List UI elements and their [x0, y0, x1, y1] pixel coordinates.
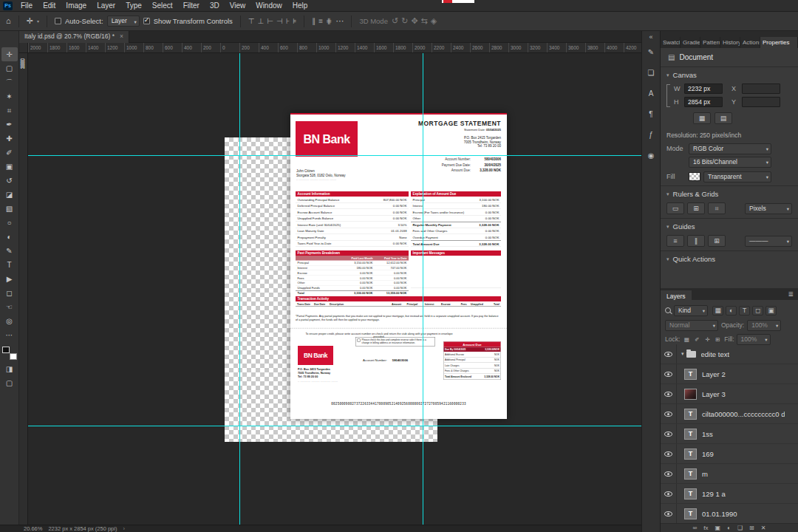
- lock-icon[interactable]: ⊞: [713, 335, 722, 344]
- close-icon[interactable]: ×: [120, 31, 123, 43]
- vertical-ruler[interactable]: 8006004002000200400600800100012001400160…: [19, 53, 28, 525]
- photoshop-logo-icon[interactable]: Ps: [3, 1, 13, 10]
- panel-tab[interactable]: Patterns: [700, 37, 720, 48]
- layers-action-icon[interactable]: ∞: [693, 525, 698, 531]
- distribute-icon[interactable]: ≡: [318, 18, 323, 25]
- horizontal-ruler[interactable]: 2000180016001400120010008006004002000200…: [28, 43, 641, 53]
- text-layer-icon[interactable]: T: [684, 449, 697, 460]
- canvas-width-input[interactable]: [684, 83, 723, 94]
- canvas-action-button[interactable]: ▦: [693, 112, 711, 124]
- menu-item[interactable]: View: [225, 0, 251, 12]
- link-dimensions-icon[interactable]: [666, 84, 670, 107]
- lock-icon[interactable]: ✛: [703, 335, 712, 344]
- layer-name[interactable]: 129 1 a: [702, 490, 726, 498]
- layer-row[interactable]: T1ss: [661, 424, 798, 444]
- home-icon[interactable]: ⌂: [6, 17, 11, 25]
- blend-mode-dropdown[interactable]: Normal: [665, 320, 718, 331]
- canvas-x-input[interactable]: [742, 83, 780, 94]
- panel-tab[interactable]: Swatches: [661, 37, 681, 48]
- text-layer-icon[interactable]: T: [684, 508, 697, 519]
- color-mode-dropdown[interactable]: RGB Color: [689, 143, 771, 154]
- text-layer-icon[interactable]: T: [684, 409, 697, 420]
- move-tool[interactable]: ✛: [1, 47, 18, 61]
- layer-filter-icon[interactable]: ◻: [752, 306, 763, 316]
- visibility-eye-icon[interactable]: [661, 484, 677, 503]
- ruler-corner[interactable]: [19, 43, 28, 53]
- menu-item[interactable]: Edit: [38, 0, 61, 12]
- search-icon[interactable]: [665, 307, 671, 313]
- text-layer-icon[interactable]: T: [684, 468, 697, 480]
- guide-vertical[interactable]: [239, 53, 240, 525]
- layer-name[interactable]: Layer 3: [702, 390, 726, 398]
- layer-row[interactable]: Layer 3: [661, 384, 798, 404]
- layers-action-icon[interactable]: ✕: [761, 525, 766, 531]
- layer-name[interactable]: cilta000000...ccccccccc0 d: [702, 410, 785, 418]
- distribute-icon[interactable]: ∥: [312, 18, 316, 25]
- layer-filter-icon[interactable]: T: [739, 306, 750, 316]
- blur-tool[interactable]: ○: [1, 216, 18, 230]
- layer-name[interactable]: 169: [702, 450, 714, 458]
- background-color-swatch[interactable]: [10, 353, 17, 360]
- visibility-eye-icon[interactable]: [661, 344, 677, 364]
- quick-actions-section-header[interactable]: ▾ Quick Actions: [666, 255, 715, 263]
- layer-filter-icon[interactable]: ◐: [726, 306, 737, 316]
- guide-horizontal[interactable]: [28, 426, 641, 426]
- layer-name[interactable]: 01.01.1990: [702, 510, 737, 518]
- brush-tool[interactable]: ✐: [1, 146, 18, 160]
- layer-name[interactable]: Layer 2: [702, 370, 726, 378]
- panel-tab[interactable]: Gradients: [681, 37, 700, 48]
- align-icon[interactable]: ⊥: [258, 18, 265, 25]
- rulers-grids-section-header[interactable]: ▾ Rulers & Grids: [666, 190, 718, 198]
- layer-row[interactable]: TLayer 2: [661, 364, 798, 384]
- eyedropper-tool[interactable]: ✒: [1, 117, 18, 132]
- opacity-dropdown[interactable]: 100%: [747, 320, 781, 331]
- foreground-color-swatch[interactable]: [2, 347, 10, 353]
- lock-icon[interactable]: ▦: [682, 335, 691, 344]
- align-icon[interactable]: ⊢: [267, 18, 273, 25]
- bit-depth-dropdown[interactable]: 16 Bits/Channel: [689, 157, 771, 168]
- dodge-tool[interactable]: ◐: [1, 230, 18, 244]
- 3d-mode-icon[interactable]: ↺: [392, 17, 398, 25]
- guide-toggle-button[interactable]: ⊞: [708, 235, 726, 247]
- canvas-section-header[interactable]: ▾ Canvas: [666, 71, 697, 79]
- screen-mode-button[interactable]: ▢: [1, 376, 18, 390]
- units-dropdown[interactable]: Pixels: [745, 203, 792, 214]
- layer-filter-icon[interactable]: ▣: [765, 306, 777, 316]
- visibility-eye-icon[interactable]: [661, 404, 677, 423]
- collapse-panels-icon[interactable]: «: [642, 33, 660, 41]
- 3d-mode-icon[interactable]: ✥: [411, 17, 417, 25]
- panel-menu-icon[interactable]: ≣: [788, 288, 794, 300]
- clone-stamp-tool[interactable]: ▣: [1, 160, 18, 174]
- layer-name[interactable]: m: [702, 470, 708, 478]
- menu-item[interactable]: Layer: [92, 0, 120, 12]
- text-layer-icon[interactable]: T: [684, 369, 697, 380]
- canvas-height-input[interactable]: [684, 97, 723, 107]
- zoom-level[interactable]: 20.66%: [24, 525, 42, 532]
- layers-action-icon[interactable]: ⊞: [749, 525, 754, 531]
- type-tool[interactable]: T: [1, 258, 18, 272]
- magic-wand-tool[interactable]: ✶: [1, 89, 18, 103]
- visibility-eye-icon[interactable]: [661, 424, 677, 443]
- glyphs-panel-icon[interactable]: ƒ: [644, 129, 658, 140]
- guide-vertical[interactable]: [423, 53, 423, 525]
- 3d-mode-icon[interactable]: ⇆: [421, 17, 428, 25]
- align-icon[interactable]: ⊣: [276, 18, 283, 25]
- lasso-tool[interactable]: ⌒: [1, 75, 18, 89]
- expand-chevron-icon[interactable]: ▾: [681, 351, 684, 357]
- layers-action-icon[interactable]: fx: [703, 525, 708, 531]
- healing-brush-tool[interactable]: ✚: [1, 132, 18, 146]
- menu-item[interactable]: 3D: [205, 0, 225, 12]
- align-icon[interactable]: ⊧: [293, 18, 296, 25]
- menu-item[interactable]: Filter: [178, 0, 205, 12]
- layer-row[interactable]: T01.01.1990: [661, 504, 798, 524]
- menu-item[interactable]: Type: [120, 0, 147, 12]
- text-layer-icon[interactable]: T: [684, 488, 697, 499]
- layer-row[interactable]: Tcilta000000...ccccccccc0 d: [661, 404, 798, 424]
- eraser-tool[interactable]: ◪: [1, 188, 18, 202]
- fill-dropdown[interactable]: Transparent: [703, 171, 771, 183]
- menu-item[interactable]: File: [16, 0, 38, 12]
- auto-select-checkbox[interactable]: [55, 18, 61, 24]
- menu-item[interactable]: Window: [250, 0, 287, 12]
- shape-tool[interactable]: ◻: [1, 286, 18, 300]
- layer-thumbnail[interactable]: [684, 389, 697, 400]
